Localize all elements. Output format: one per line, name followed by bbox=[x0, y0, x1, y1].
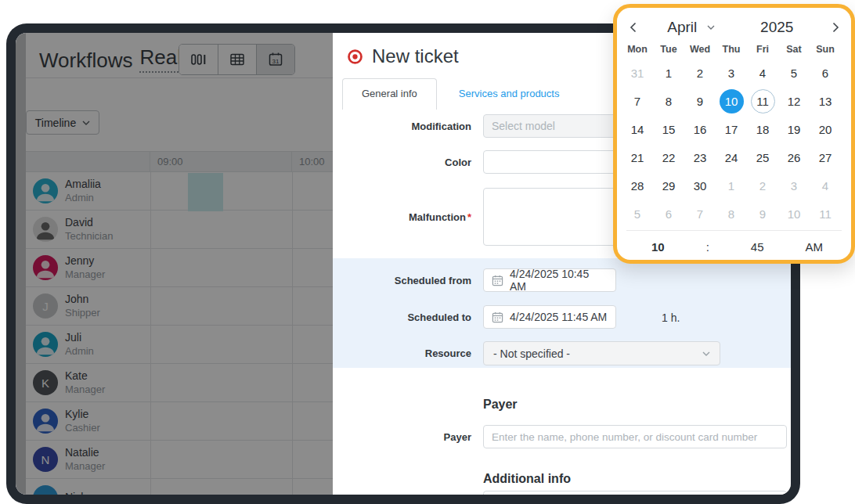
panel-tabs: General info Services and products bbox=[342, 78, 581, 110]
time-meridiem[interactable]: AM bbox=[806, 240, 824, 254]
date-picker-header: April 2025 bbox=[617, 18, 851, 37]
calendar-day[interactable]: 5 bbox=[778, 59, 810, 87]
payer-input[interactable] bbox=[483, 425, 787, 448]
calendar-day-number: 20 bbox=[814, 117, 838, 142]
calendar-day[interactable]: 2 bbox=[747, 171, 778, 200]
calendar-day[interactable]: 7 bbox=[684, 200, 716, 228]
calendar-day[interactable]: 13 bbox=[810, 87, 841, 115]
calendar-day[interactable]: 22 bbox=[653, 143, 684, 171]
weekday-label: Sun bbox=[810, 44, 841, 55]
calendar-day[interactable]: 25 bbox=[747, 143, 778, 171]
schedule-section: Scheduled from 4/24/2025 10:45 AM Schedu… bbox=[333, 258, 791, 368]
calendar-day-number: 30 bbox=[688, 174, 712, 198]
calendar-day-number: 29 bbox=[657, 174, 681, 198]
calendar-day-number: 5 bbox=[782, 61, 806, 85]
calendar-day-number: 24 bbox=[720, 146, 744, 170]
calendar-day-number: 9 bbox=[688, 89, 712, 113]
calendar-day[interactable]: 6 bbox=[810, 59, 841, 87]
year-label[interactable]: 2025 bbox=[734, 19, 821, 36]
calendar-day[interactable]: 5 bbox=[622, 200, 653, 228]
calendar-day-number: 26 bbox=[782, 146, 806, 170]
calendar-day-number: 7 bbox=[688, 202, 712, 226]
resource-select[interactable]: - Not specified - bbox=[483, 341, 720, 365]
calendar-day[interactable]: 23 bbox=[684, 143, 716, 171]
calendar-day-number: 31 bbox=[626, 61, 650, 85]
modification-label: Modification bbox=[333, 121, 471, 132]
calendar-day-number: 25 bbox=[751, 146, 775, 170]
calendar-day[interactable]: 16 bbox=[684, 115, 716, 143]
calendar-day-number: 10 bbox=[720, 89, 744, 113]
calendar-day[interactable]: 11 bbox=[810, 200, 841, 228]
calendar-day[interactable]: 6 bbox=[653, 200, 684, 228]
calendar-day[interactable]: 8 bbox=[653, 87, 684, 115]
calendar-day-number: 14 bbox=[626, 117, 650, 142]
calendar-day-number: 2 bbox=[688, 61, 712, 85]
calendar-day[interactable]: 30 bbox=[684, 171, 716, 200]
weekday-row: MonTueWedThuFriSatSun bbox=[617, 44, 851, 55]
additional-info-heading: Additional info bbox=[483, 472, 571, 486]
calendar-day[interactable]: 15 bbox=[653, 115, 684, 143]
calendar-day[interactable]: 8 bbox=[716, 200, 747, 228]
calendar-day[interactable]: 20 bbox=[810, 115, 841, 143]
calendar-day[interactable]: 2 bbox=[684, 59, 716, 87]
calendar-day[interactable]: 31 bbox=[622, 59, 653, 87]
calendar-day[interactable]: 29 bbox=[653, 171, 684, 200]
chevron-left-icon bbox=[630, 22, 637, 33]
additional-info-input[interactable] bbox=[483, 491, 787, 495]
calendar-day[interactable]: 26 bbox=[778, 143, 810, 171]
calendar-day[interactable]: 19 bbox=[778, 115, 810, 143]
calendar-day[interactable]: 7 bbox=[622, 87, 653, 115]
calendar-day[interactable]: 4 bbox=[747, 59, 778, 87]
calendar-day[interactable]: 3 bbox=[716, 59, 747, 87]
calendar-day-number: 6 bbox=[814, 61, 838, 85]
calendar-day[interactable]: 9 bbox=[684, 87, 716, 115]
calendar-day-number: 4 bbox=[751, 61, 775, 85]
calendar-day-number: 21 bbox=[626, 146, 650, 170]
calendar-day[interactable]: 3 bbox=[778, 171, 810, 200]
resource-value: - Not specified - bbox=[493, 347, 570, 360]
chevron-right-icon bbox=[832, 22, 839, 33]
next-month-button[interactable] bbox=[820, 18, 851, 37]
tab-general-info[interactable]: General info bbox=[342, 78, 437, 110]
calendar-day-number: 12 bbox=[782, 89, 806, 113]
calendar-day[interactable]: 10 bbox=[778, 200, 810, 228]
calendar-day[interactable]: 21 bbox=[622, 143, 653, 171]
calendar-day-number: 27 bbox=[814, 146, 838, 170]
weekday-label: Fri bbox=[747, 44, 778, 55]
calendar-day-number: 7 bbox=[626, 89, 650, 113]
page: Workflows Real 31 Timeline bbox=[0, 0, 855, 504]
time-minute[interactable]: 45 bbox=[751, 240, 764, 254]
calendar-day[interactable]: 28 bbox=[622, 171, 653, 200]
calendar-day[interactable]: 4 bbox=[810, 171, 841, 200]
scheduled-from-input[interactable]: 4/24/2025 10:45 AM bbox=[483, 268, 616, 292]
scheduled-from-value: 4/24/2025 10:45 AM bbox=[510, 268, 608, 293]
calendar-day[interactable]: 24 bbox=[716, 143, 747, 171]
calendar-day[interactable]: 1 bbox=[716, 171, 747, 200]
month-select[interactable]: April bbox=[648, 19, 734, 36]
time-hour[interactable]: 10 bbox=[651, 240, 665, 254]
calendar-day[interactable]: 17 bbox=[716, 115, 747, 143]
calendar-day[interactable]: 27 bbox=[810, 143, 841, 171]
prev-month-button[interactable] bbox=[617, 18, 648, 37]
tab-services-products[interactable]: Services and products bbox=[437, 78, 582, 110]
calendar-day[interactable]: 1 bbox=[653, 59, 684, 87]
calendar-day-number: 17 bbox=[720, 117, 744, 142]
calendar-day-number: 28 bbox=[626, 174, 650, 198]
calendar-day[interactable]: 11 bbox=[747, 87, 778, 115]
select-chevron-down-icon bbox=[702, 351, 710, 356]
calendar-day-number: 4 bbox=[814, 174, 838, 198]
calendar-day-number: 5 bbox=[626, 202, 650, 226]
malfunction-label: Malfunction* bbox=[333, 211, 471, 223]
calendar-day[interactable]: 9 bbox=[747, 200, 778, 228]
scheduled-to-input[interactable]: 4/24/2025 11:45 AM bbox=[483, 305, 616, 329]
calendar-day-number: 8 bbox=[720, 202, 744, 226]
calendar-day-number: 3 bbox=[720, 61, 744, 85]
calendar-day[interactable]: 18 bbox=[747, 115, 778, 143]
calendar-icon bbox=[492, 275, 503, 286]
calendar-day-number: 10 bbox=[782, 202, 806, 226]
weekday-label: Tue bbox=[653, 44, 684, 55]
calendar-day-number: 9 bbox=[751, 202, 775, 226]
calendar-day[interactable]: 12 bbox=[778, 87, 810, 115]
calendar-day[interactable]: 10 bbox=[716, 87, 747, 115]
calendar-day[interactable]: 14 bbox=[622, 115, 653, 143]
